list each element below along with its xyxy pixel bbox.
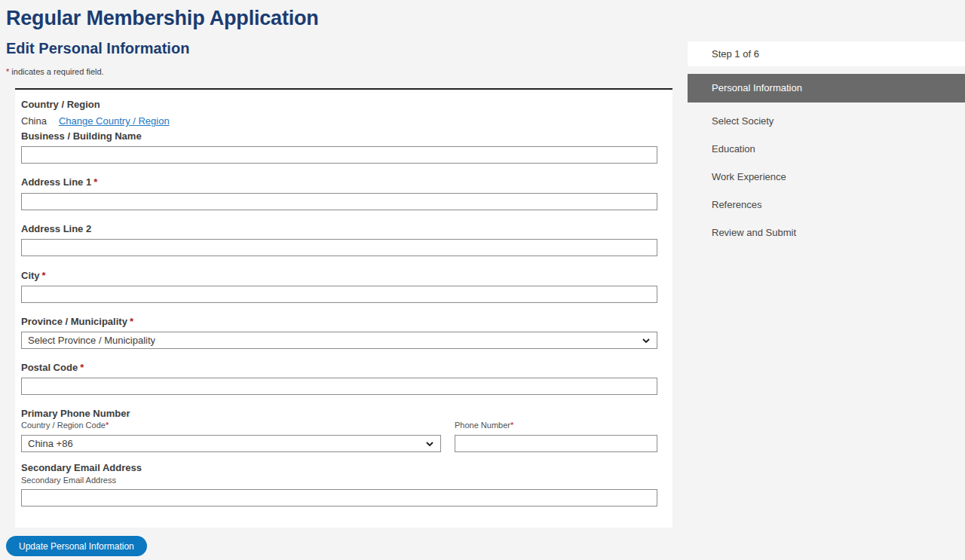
sidebar-item-personal-information[interactable]: Personal Information	[688, 74, 965, 103]
province-select[interactable]: Select Province / Municipality	[21, 332, 657, 349]
required-asterisk: *	[130, 316, 133, 327]
city-label-wrap: City*	[21, 270, 657, 282]
phone-number-field: Phone Number*	[455, 420, 657, 452]
country-region-label: Country / Region	[21, 99, 657, 111]
secondary-email-field: Secondary Email Address Secondary Email …	[21, 462, 657, 506]
business-building-input[interactable]	[21, 146, 657, 164]
required-asterisk: *	[6, 67, 9, 76]
city-label: City	[21, 270, 40, 281]
phone-number-input[interactable]	[455, 435, 657, 452]
section-title: Edit Personal Information	[6, 40, 189, 57]
page-title: Regular Membership Application	[6, 7, 319, 30]
address-line-2-label-wrap: Address Line 2	[21, 223, 657, 235]
required-asterisk: *	[510, 421, 513, 430]
postal-code-wrap	[21, 378, 657, 395]
postal-code-label-wrap: Postal Code*	[21, 362, 657, 374]
address-line-2-wrap	[21, 239, 657, 256]
required-note-text: indicates a required field.	[11, 67, 103, 76]
country-code-select-value: China +86	[28, 438, 73, 449]
chevron-down-icon	[642, 338, 650, 343]
secondary-email-sublabel: Secondary Email Address	[21, 474, 657, 486]
country-code-select[interactable]: China +86	[21, 435, 441, 452]
country-region-value: China	[21, 115, 47, 127]
primary-phone-label: Primary Phone Number	[21, 408, 657, 420]
address-line-2-input[interactable]	[21, 239, 657, 256]
sidebar-item-work-experience[interactable]: Work Experience	[688, 163, 965, 191]
postal-code-label: Postal Code	[21, 362, 78, 373]
primary-phone-label-wrap: Primary Phone Number	[21, 408, 657, 420]
required-asterisk: *	[93, 176, 97, 188]
address-line-1-label-wrap: Address Line 1*	[21, 176, 657, 188]
personal-information-form: Country / Region China Change Country / …	[15, 88, 672, 528]
sidebar-item-review-and-submit[interactable]: Review and Submit	[688, 219, 965, 246]
required-asterisk: *	[80, 362, 84, 373]
address-line-1-wrap	[21, 193, 657, 210]
province-label-wrap: Province / Municipality*	[21, 316, 657, 328]
step-indicator: Step 1 of 6	[688, 41, 965, 66]
province-select-value: Select Province / Municipality	[28, 335, 155, 346]
address-line-2-label: Address Line 2	[21, 223, 657, 235]
country-code-field: Country / Region Code* China +86	[21, 420, 441, 452]
province-select-wrap: Select Province / Municipality	[21, 332, 657, 349]
membership-application-page: Regular Membership Application Edit Pers…	[0, 0, 965, 560]
country-code-label: Country / Region Code	[21, 421, 106, 430]
country-region-field: Country / Region	[21, 99, 657, 111]
address-line-1-input[interactable]	[21, 193, 657, 210]
province-label: Province / Municipality	[21, 316, 127, 327]
update-personal-information-button[interactable]: Update Personal Information	[6, 536, 147, 556]
change-country-region-link[interactable]: Change Country / Region	[59, 115, 170, 127]
sidebar-item-references[interactable]: References	[688, 191, 965, 219]
country-region-value-row: China Change Country / Region	[21, 115, 657, 127]
required-field-note: * indicates a required field.	[6, 67, 104, 76]
chevron-down-icon	[426, 442, 433, 446]
required-asterisk: *	[42, 270, 46, 281]
address-line-1-label: Address Line 1	[21, 176, 91, 188]
city-input[interactable]	[21, 286, 657, 303]
sidebar-item-education[interactable]: Education	[688, 135, 965, 163]
business-building-label: Business / Building Name	[21, 130, 657, 142]
secondary-email-input[interactable]	[21, 489, 657, 506]
sidebar-item-select-society[interactable]: Select Society	[688, 107, 965, 135]
business-building-wrap	[21, 146, 657, 164]
city-wrap	[21, 286, 657, 303]
phone-number-label: Phone Number	[455, 421, 510, 430]
required-asterisk: *	[106, 421, 109, 430]
postal-code-input[interactable]	[21, 378, 657, 395]
sidebar-steps-nav: Select Society Education Work Experience…	[688, 103, 965, 246]
secondary-email-label: Secondary Email Address	[21, 462, 657, 474]
business-building-label-wrap: Business / Building Name	[21, 130, 657, 142]
